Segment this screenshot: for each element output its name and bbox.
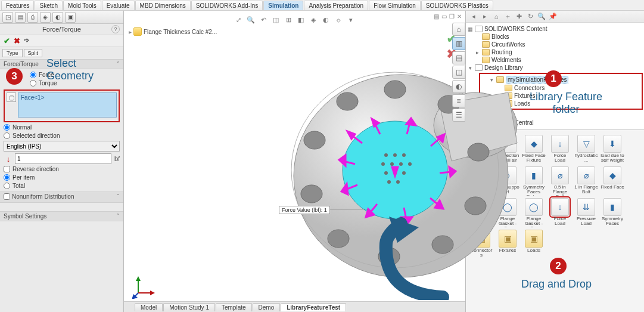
tab-features[interactable]: Features	[1, 1, 34, 10]
bottom-tab-template[interactable]: Template	[216, 303, 252, 311]
pm-tab-config-icon[interactable]: ⎙	[27, 12, 38, 23]
sidetab-file-explorer-icon[interactable]: ▤	[452, 51, 465, 64]
zoom-area-icon[interactable]: 🔍	[245, 14, 256, 25]
tab-solidworks-plastics[interactable]: SOLIDWORKS Plastics	[421, 1, 493, 10]
bottom-tab-libraryfeaturetest[interactable]: LibraryFeatureTest	[281, 303, 346, 311]
pm-tab-feature-icon[interactable]: ◳	[2, 12, 13, 23]
pm-tab-property-icon[interactable]: ▤	[15, 12, 26, 23]
cancel-button[interactable]: ✖	[14, 36, 20, 45]
lib-refresh-icon[interactable]: ↻	[525, 12, 535, 21]
pm-tab-extra-icon[interactable]: ▣	[65, 12, 76, 23]
pm-tab-dim-icon[interactable]: ◈	[40, 12, 51, 23]
force-value-input[interactable]	[15, 153, 111, 164]
lib-item-load-due-to-self-weight[interactable]: ⬇load due to self weight	[601, 135, 624, 164]
svg-point-10	[328, 230, 349, 248]
sidetab-design-library-icon[interactable]: ▥	[452, 37, 465, 50]
lib-home-icon[interactable]: ⌂	[491, 12, 501, 21]
lib-fwd-icon[interactable]: ▸	[480, 12, 490, 21]
heads-up-toolbar: ⤢ 🔍 ↶ ◫ ⊞ ◧ ◈ ◐ ☼ ▾	[231, 13, 359, 26]
svg-marker-51	[150, 291, 155, 295]
sidetab-forum-icon[interactable]: ☰	[452, 109, 465, 122]
tab-sketch[interactable]: Sketch	[35, 1, 63, 10]
svg-point-24	[387, 180, 391, 184]
units-row: English (IPS)	[4, 141, 120, 152]
normal-radio[interactable]: Normal	[4, 124, 120, 131]
svg-point-18	[390, 162, 394, 166]
doc-min-icon[interactable]: ▭	[441, 13, 447, 20]
view-settings-icon[interactable]: ▾	[346, 14, 356, 25]
nonuniform-header[interactable]: Nonuniform Distribution˅	[0, 191, 123, 203]
appearance-icon[interactable]: ◐	[321, 14, 331, 25]
lib-item-fixed-face[interactable]: ◆Fixed Face	[601, 166, 624, 196]
pushpin-icon[interactable]: ➩	[24, 36, 29, 45]
sidetab-appearances-icon[interactable]: ◐	[452, 80, 465, 93]
lib-add-folder-icon[interactable]: ＋	[503, 12, 512, 21]
annotation-text-1: Library Feature folder	[530, 91, 602, 115]
bottom-tab-motion-study-1[interactable]: Motion Study 1	[163, 303, 215, 311]
property-manager: ◳ ▤ ⎙ ◈ ◐ ▣ Force/Torque ? ✔ ✖ ➩ Type Sp…	[0, 0, 124, 312]
lib-item-force-load[interactable]: ↓Force Load	[548, 198, 572, 227]
tab-flow-simulation[interactable]: Flow Simulation	[369, 1, 421, 10]
svg-point-19	[399, 162, 403, 166]
svg-point-17	[381, 162, 385, 166]
sidetab-custom-props-icon[interactable]: ≡	[452, 94, 465, 107]
total-radio[interactable]: Total	[4, 183, 120, 189]
lib-back-icon[interactable]: ◂	[469, 12, 478, 21]
svg-marker-49	[136, 276, 141, 281]
annotation-circle-1: 1	[545, 70, 562, 87]
force-value-label: Force Value (lbf): 1	[279, 206, 330, 214]
scene-icon[interactable]: ☼	[333, 14, 344, 25]
tab-solidworks-add-ins[interactable]: SOLIDWORKS Add-Ins	[191, 1, 263, 10]
bottom-tab-model[interactable]: Model	[135, 303, 163, 311]
lib-item-symmetry-faces[interactable]: ▮Symmetry Faces	[601, 198, 624, 227]
lib-item-pressure-load[interactable]: ⇊Pressure Load	[574, 198, 598, 227]
pm-title: Force/Torque ?	[0, 24, 123, 35]
tab-mbd-dimensions[interactable]: MBD Dimensions	[135, 1, 191, 10]
tab-simulation[interactable]: Simulation	[263, 1, 303, 10]
face-select-icon[interactable]: ▢	[7, 92, 16, 102]
view-orient-icon[interactable]: ⊞	[283, 14, 294, 25]
svg-point-16	[402, 153, 406, 157]
lib-item-hydrostatic-[interactable]: ▽hydrostatic...	[574, 135, 598, 164]
drag-drop-arrow-icon	[377, 217, 455, 300]
doc-menu-icon[interactable]: ▤	[434, 13, 439, 20]
tree-node-blocks[interactable]: Blocks	[467, 33, 643, 41]
pm-tab-appearance-icon[interactable]: ◐	[52, 12, 63, 23]
prev-view-icon[interactable]: ↶	[258, 14, 269, 25]
hide-show-icon[interactable]: ◈	[308, 14, 319, 25]
svg-point-11	[301, 185, 322, 203]
lib-item-0-5-in-flange-bolt[interactable]: ⌀0.5 in Flange Bolt	[548, 166, 572, 196]
type-button[interactable]: Type	[2, 49, 23, 57]
doc-max-icon[interactable]: ❐	[449, 13, 455, 20]
view-triad-icon[interactable]	[132, 275, 156, 299]
reverse-direction-check[interactable]: Reverse direction	[4, 166, 120, 172]
zoom-fit-icon[interactable]: ⤢	[233, 14, 244, 25]
svg-point-25	[396, 180, 400, 184]
symbol-settings-header[interactable]: Symbol Settings˅	[0, 211, 123, 221]
selected-faces-list[interactable]: Face<1>	[18, 92, 117, 118]
selected-direction-radio[interactable]: Selected direction	[4, 132, 120, 139]
tab-evaluate[interactable]: Evaluate	[102, 1, 135, 10]
help-icon[interactable]: ?	[111, 25, 120, 33]
lib-add-file-icon[interactable]: ✚	[514, 12, 524, 21]
sidetab-view-palette-icon[interactable]: ◫	[452, 66, 465, 79]
split-button[interactable]: Split	[24, 49, 43, 57]
per-item-radio[interactable]: Per item	[4, 174, 120, 181]
lib-search-icon[interactable]: 🔍	[537, 12, 546, 21]
graphics-viewport[interactable]: ▤ ▭ ❐ ✕ ⤢ 🔍 ↶ ◫ ⊞ ◧ ◈ ◐ ☼ ▾ ▸ Flange Thi…	[124, 0, 465, 312]
tab-mold-tools[interactable]: Mold Tools	[63, 1, 101, 10]
ok-button[interactable]: ✔	[4, 36, 10, 45]
sidetab-resources-icon[interactable]: ⌂	[452, 23, 465, 36]
units-select[interactable]: English (IPS)	[4, 141, 120, 152]
tab-analysis-preparation[interactable]: Analysis Preparation	[304, 1, 368, 10]
lib-item-1-in-flange-bolt[interactable]: ⌀1 in Flange Bolt	[574, 166, 598, 196]
bottom-tab-demo[interactable]: Demo	[253, 303, 281, 311]
lib-item-force-load[interactable]: ↓Force Load	[548, 135, 572, 164]
breadcrumb[interactable]: ▸ Flange Thickness Calc #2...	[129, 27, 217, 36]
display-style-icon[interactable]: ◧	[295, 14, 306, 25]
lib-pin-icon[interactable]: 📌	[548, 12, 558, 21]
tree-node-solidworks-content[interactable]: ▦SOLIDWORKS Content	[467, 25, 643, 33]
library-toolbar: ◂ ▸ ⌂ ＋ ✚ ↻ 🔍 📌	[466, 11, 644, 23]
section-view-icon[interactable]: ◫	[270, 14, 281, 25]
doc-close-icon[interactable]: ✕	[457, 13, 462, 20]
